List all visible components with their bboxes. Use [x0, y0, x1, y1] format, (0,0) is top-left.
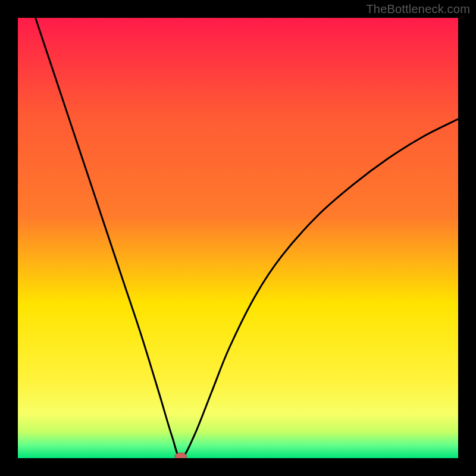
- minimum-marker: [175, 453, 187, 458]
- outer-frame: TheBottleneck.com: [0, 0, 476, 476]
- watermark-text: TheBottleneck.com: [366, 2, 470, 16]
- chart-svg: [18, 18, 458, 458]
- gradient-background: [18, 18, 458, 458]
- chart-area: [18, 18, 458, 458]
